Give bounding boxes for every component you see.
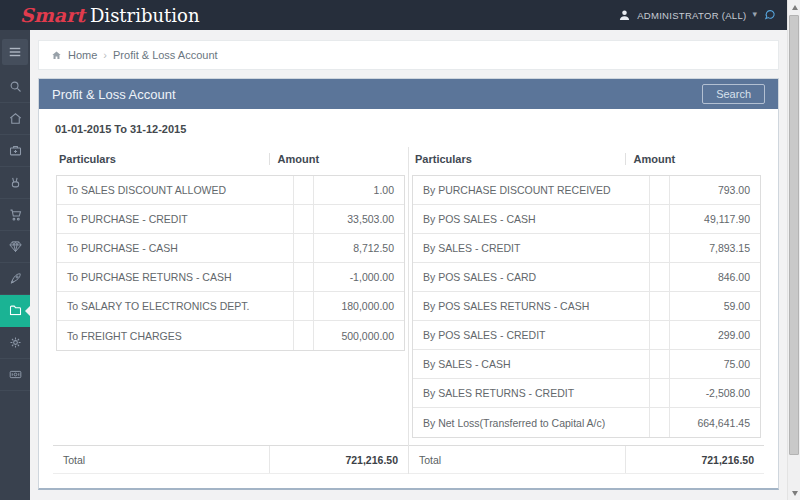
sidebar-item-rocket[interactable] [0,263,30,295]
empty-cell [650,350,670,378]
empty-cell [650,205,670,233]
empty-cell [650,408,670,437]
total-label: Total [409,446,626,473]
amount-cell: 846.00 [670,263,760,291]
empty-cell [650,292,670,320]
particulars-column-header: Particulars [409,153,626,165]
table-row: By POS SALES - CASH49,117.90 [413,205,760,234]
diamond-icon [8,239,23,254]
breadcrumb-current: Profit & Loss Account [113,49,218,61]
sidebar-item-briefcase[interactable] [0,135,30,167]
search-button[interactable]: Search [702,84,765,104]
table-row: To SALARY TO ELECTRONICS DEPT.180,000.00 [57,292,404,321]
user-avatar-icon [618,9,631,22]
debit-rows-table: To SALES DISCOUNT ALLOWED1.00To PURCHASE… [56,175,405,351]
amount-cell: 7,893.15 [670,234,760,262]
hamburger-icon [8,46,22,58]
chevron-down-icon[interactable]: ▾ [752,9,757,19]
particulars-cell: To SALARY TO ELECTRONICS DEPT. [57,292,294,320]
table-row: To PURCHASE - CREDIT33,503.00 [57,205,404,234]
brand-name-secondary: Distribution [90,7,200,25]
profit-loss-table: Particulars Amount To SALES DISCOUNT ALL… [53,147,764,474]
scrollbar-thumb[interactable] [789,15,799,455]
amount-cell: 33,503.00 [314,205,404,233]
sidebar-item-home[interactable] [0,103,30,135]
particulars-cell: By Net Loss(Transferred to Capital A/c) [413,408,650,437]
particulars-cell: To PURCHASE RETURNS - CASH [57,263,294,291]
amount-cell: 664,641.45 [670,408,760,437]
amount-cell: 59.00 [670,292,760,320]
chat-icon[interactable] [763,8,777,22]
breadcrumb-separator: › [103,49,107,61]
app-logo[interactable]: Smart Distribution [20,6,200,25]
table-row: By POS SALES - CREDIT299.00 [413,321,760,350]
credit-table-header: Particulars Amount [409,147,764,175]
amount-cell: 299.00 [670,321,760,349]
debit-total-row: Total 721,216.50 [53,445,408,474]
amount-cell: 500,000.00 [314,321,404,350]
particulars-cell: To FREIGHT CHARGES [57,321,294,350]
particulars-cell: To PURCHASE - CASH [57,234,294,262]
amount-cell: 1.00 [314,176,404,204]
breadcrumb-home-icon [51,50,62,61]
empty-cell [650,176,670,204]
vertical-scrollbar[interactable] [787,0,800,500]
particulars-cell: By PURCHASE DISCOUNT RECEIVED [413,176,650,204]
search-icon [8,79,23,94]
particulars-cell: To PURCHASE - CREDIT [57,205,294,233]
table-row: By Net Loss(Transferred to Capital A/c)6… [413,408,760,437]
date-range-label: 01-01-2015 To 31-12-2015 [55,123,764,135]
scroll-down-arrow[interactable] [788,486,800,500]
amount-cell: -1,000.00 [314,263,404,291]
table-row: By SALES - CREDIT7,893.15 [413,234,760,263]
sidebar-item-diamond[interactable] [0,231,30,263]
table-row: By SALES - CASH75.00 [413,350,760,379]
table-row: To SALES DISCOUNT ALLOWED1.00 [57,176,404,205]
gear-icon [8,335,23,350]
breadcrumb-home-link[interactable]: Home [68,49,97,61]
table-row: By SALES RETURNS - CREDIT-2,508.00 [413,379,760,408]
menu-toggle-button[interactable] [2,39,28,65]
amount-cell: 8,712.50 [314,234,404,262]
sidebar-item-cart[interactable] [0,199,30,231]
reports-folder-icon [8,303,23,318]
main-content: Home › Profit & Loss Account Profit & Lo… [30,30,787,500]
particulars-cell: To SALES DISCOUNT ALLOWED [57,176,294,204]
particulars-cell: By POS SALES - CASH [413,205,650,233]
amount-cell: 793.00 [670,176,760,204]
home-icon [8,111,23,126]
particulars-cell: By SALES - CASH [413,350,650,378]
sidebar-item-reports[interactable] [0,295,30,327]
credit-side: Particulars Amount By PURCHASE DISCOUNT … [408,147,764,474]
table-row: By POS SALES RETURNS - CASH59.00 [413,292,760,321]
hand-icon [8,175,23,190]
user-menu[interactable]: ADMINISTRATOR (ALL) [637,10,746,21]
particulars-cell: By POS SALES RETURNS - CASH [413,292,650,320]
amount-cell: -2,508.00 [670,379,760,407]
breadcrumb: Home › Profit & Loss Account [38,40,779,70]
debit-total-amount: 721,216.50 [270,446,408,473]
amount-cell: 49,117.90 [670,205,760,233]
empty-cell [294,321,314,350]
amount-column-header: Amount [270,153,408,165]
sidebar-item-settings[interactable] [0,327,30,359]
empty-cell [294,234,314,262]
cash-icon [8,367,23,382]
particulars-cell: By POS SALES - CARD [413,263,650,291]
cart-icon [8,207,23,222]
debit-side: Particulars Amount To SALES DISCOUNT ALL… [53,147,408,474]
table-row: By POS SALES - CARD846.00 [413,263,760,292]
empty-cell [294,205,314,233]
credit-rows-table: By PURCHASE DISCOUNT RECEIVED793.00By PO… [412,175,761,438]
table-row: By PURCHASE DISCOUNT RECEIVED793.00 [413,176,760,205]
sidebar-item-hand[interactable] [0,167,30,199]
sidebar-item-cash[interactable] [0,359,30,391]
scroll-up-arrow[interactable] [788,0,800,14]
empty-cell [650,321,670,349]
amount-column-header: Amount [626,153,764,165]
panel-header: Profit & Loss Account Search [39,79,778,109]
sidebar-item-search[interactable] [0,71,30,103]
page-title: Profit & Loss Account [52,87,176,102]
empty-cell [650,234,670,262]
particulars-column-header: Particulars [53,153,270,165]
